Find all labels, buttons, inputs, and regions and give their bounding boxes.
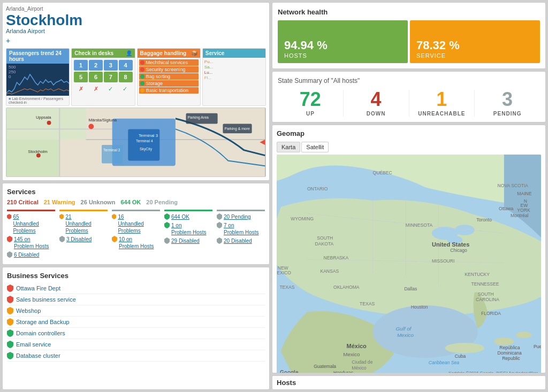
svg-text:Honduras: Honduras — [333, 370, 353, 373]
plus-button[interactable]: + — [6, 36, 10, 45]
link-unhandled-unknown[interactable]: 16Unhandled Problems — [118, 214, 143, 234]
hosts-percentage: 94.94 % — [284, 39, 328, 52]
desk-grid: 1 2 3 4 5 6 7 8 — [72, 58, 134, 84]
link-disabled-pending[interactable]: 20 Disabled — [224, 238, 252, 244]
link-problem-hosts-unknown[interactable]: 10 onProblem Hosts — [119, 236, 154, 249]
svg-point-30 — [494, 337, 514, 345]
svg-text:Montréal: Montréal — [511, 213, 528, 218]
shield-red-icon — [7, 296, 13, 303]
link-disabled-warning[interactable]: 3 Disabled — [66, 236, 92, 242]
services-title: Services — [7, 188, 265, 196]
svg-text:México: México — [352, 365, 366, 371]
biz-label-webshop: Webshop — [16, 308, 41, 314]
biz-item-storage[interactable]: Storage and Backup — [7, 317, 265, 328]
link-problem-hosts-ok[interactable]: 1 onProblem Hosts — [171, 222, 207, 235]
svg-text:ONTARIO: ONTARIO — [307, 186, 328, 191]
desk-8: 8 — [119, 72, 133, 82]
shield-yellow-icon — [7, 307, 13, 314]
desk-status-row: ✗ ✗ ✓ ✓ — [72, 84, 134, 94]
baggage-item-2: Security screening — [139, 66, 199, 73]
airport-map: Terminal 3 Terminal 4 SkyCity Terminal 2… — [6, 107, 266, 177]
pending-label: PENDING — [475, 111, 540, 117]
biz-item-domain[interactable]: Domain controllers — [7, 328, 265, 339]
svg-text:MISSOURI: MISSOURI — [432, 258, 454, 264]
svg-rect-1 — [7, 108, 86, 140]
biz-item-sales[interactable]: Sales business service — [7, 294, 265, 305]
svc-pending: 20 Pending — [146, 199, 178, 205]
svg-rect-2 — [7, 140, 59, 176]
svc-item: 7 onProblem Hosts — [217, 222, 265, 236]
svg-text:Republic: Republic — [502, 356, 520, 361]
svg-text:Cuba: Cuba — [455, 353, 466, 359]
services-summary: 210 Critical 21 Warning 26 Unknown 644 O… — [7, 199, 265, 205]
svg-text:Mexico: Mexico — [343, 351, 360, 357]
svg-text:YORK: YORK — [517, 207, 530, 213]
link-disabled-ok[interactable]: 29 Disabled — [171, 238, 200, 244]
svg-text:NOVA SCOTIA: NOVA SCOTIA — [498, 183, 529, 188]
svg-text:República: República — [499, 345, 520, 350]
link-problem-hosts-pending[interactable]: 7 onProblem Hosts — [224, 222, 259, 235]
biz-item-ottawa[interactable]: Ottawa Fire Dept — [7, 283, 265, 294]
svg-text:OKLAHOMA: OKLAHOMA — [333, 285, 360, 290]
shield-icon — [7, 236, 12, 242]
svg-text:México: México — [346, 343, 367, 349]
hosts-label: HOSTS — [284, 52, 328, 59]
svg-point-29 — [445, 343, 484, 353]
svg-text:Toronto: Toronto — [476, 217, 492, 222]
tab-satellit[interactable]: Satellit — [301, 142, 329, 152]
business-services-title: Business Services — [7, 272, 265, 280]
state-summary-title: State Summary of "All hosts" — [278, 77, 540, 84]
link-ok[interactable]: 644 OK — [171, 214, 189, 220]
baggage-title: Baggage handling — [140, 50, 187, 56]
service-header: Service — [203, 49, 265, 58]
down-label: DOWN — [344, 111, 409, 117]
link-unhandled-critical[interactable]: 65Unhandled Problems — [13, 214, 39, 234]
baggage-item-4: Storage — [139, 80, 199, 87]
hosts-title: Hosts — [277, 379, 541, 387]
link-problem-hosts-critical[interactable]: 145 onProblem Hosts — [14, 236, 49, 249]
biz-item-webshop[interactable]: Webshop — [7, 305, 265, 317]
svg-text:Parking Area: Parking Area — [187, 116, 209, 120]
shield-icon — [217, 222, 222, 228]
svg-text:Parking & more: Parking & more — [224, 127, 250, 131]
biz-item-database[interactable]: Database cluster — [7, 350, 265, 362]
tab-karta[interactable]: Karta — [277, 142, 300, 152]
shield-icon — [7, 251, 12, 258]
svg-text:TENNESSEE: TENNESSEE — [471, 281, 499, 287]
svg-text:Caribbean Sea: Caribbean Sea — [429, 360, 459, 365]
map-svg: United States México Mexico Ciudad de Mé… — [277, 155, 541, 373]
biz-label-storage: Storage and Backup — [16, 319, 70, 325]
health-bar-hosts: 94.94 % HOSTS — [278, 20, 408, 63]
google-map[interactable]: United States México Mexico Ciudad de Mé… — [277, 155, 541, 373]
shield-red-icon — [7, 285, 13, 292]
baggage-item-5: Basic transportation — [139, 87, 199, 94]
link-disabled-critical[interactable]: 6 Disabled — [14, 252, 39, 258]
svg-text:CAROLINA: CAROLINA — [476, 297, 499, 302]
svg-text:Houston: Houston — [411, 304, 428, 310]
svc-col-pending: 20 Pending 7 onProblem Hosts 20 Disabled — [217, 210, 265, 260]
services-section: Services 210 Critical 21 Warning 26 Unkn… — [2, 183, 270, 265]
svg-text:SkyCity: SkyCity — [140, 147, 153, 151]
svg-text:Chicago: Chicago — [450, 248, 467, 253]
shield-icon — [164, 237, 170, 244]
geomap-section: Geomap Karta Satellit — [272, 125, 546, 373]
biz-item-email[interactable]: Email service — [7, 339, 265, 350]
state-down: 4 DOWN — [344, 90, 409, 117]
svg-text:Terminal 2: Terminal 2 — [103, 148, 120, 152]
svg-text:FLORIDA: FLORIDA — [481, 311, 501, 316]
svg-text:TEXAS: TEXAS — [279, 285, 294, 290]
checkin-header: Check in desks 👤 — [72, 49, 134, 58]
network-health-section: Network health 94.94 % HOSTS 78.32 % SER… — [272, 2, 546, 69]
link-unhandled-warning[interactable]: 21Unhandled Problems — [65, 214, 91, 234]
desk-6: 6 — [89, 72, 103, 82]
checkin-widget: Check in desks 👤 1 2 3 4 5 6 7 8 ✗ — [71, 48, 135, 106]
up-label: UP — [278, 111, 343, 117]
svc-col-warning: 21Unhandled Problems 3 Disabled — [59, 210, 108, 260]
down-count: 4 — [344, 90, 409, 109]
biz-label-domain: Domain controllers — [16, 330, 65, 336]
pending-count: 3 — [475, 90, 540, 109]
link-pending[interactable]: 20 Pending — [224, 214, 251, 220]
svc-item: 1 onProblem Hosts — [164, 222, 212, 236]
service-content: Pu... Sa... Lu... Fl... — [203, 58, 265, 82]
hosts-section: Hosts — [272, 375, 546, 390]
